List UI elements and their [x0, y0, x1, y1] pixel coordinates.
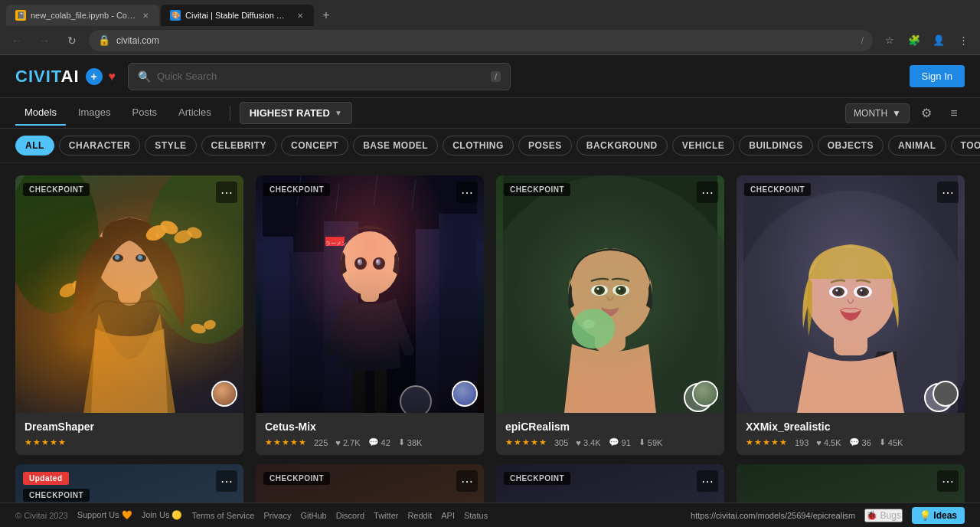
nav-tab-models[interactable]: Models: [15, 100, 66, 126]
ideas-button[interactable]: 💡 Ideas: [912, 507, 965, 524]
checkpoint-badge-bc2: CHECKPOINT: [263, 472, 330, 485]
back-button[interactable]: ←: [6, 30, 28, 51]
category-animal[interactable]: ANIMAL: [888, 136, 946, 155]
category-poses[interactable]: POSES: [518, 136, 572, 155]
category-base-model[interactable]: BASE MODEL: [353, 136, 438, 155]
svg-point-34: [358, 259, 362, 265]
category-all[interactable]: ALL: [15, 136, 54, 155]
view-controls: MONTH ▼ ⚙ ≡: [845, 103, 965, 124]
svg-rect-20: [416, 229, 446, 413]
svg-point-13: [136, 254, 146, 262]
logo[interactable]: CIVITAI + ♥: [15, 67, 116, 87]
colab-tab-title: new_colab_file.ipynb - Colabora...: [31, 11, 136, 20]
svg-rect-54: [743, 175, 958, 413]
colab-favicon: 📓: [15, 10, 26, 21]
model-card-cetusmix[interactable]: CHECKPOINT ⋯ ラーメン: [256, 175, 484, 455]
menu-button[interactable]: ⋮: [952, 30, 974, 51]
card-stats-2: ★★★★★ 225 ♥2.7K 💬42 ⬇38K: [265, 437, 475, 447]
comments-stat-2: 💬42: [368, 437, 390, 447]
svg-rect-17: [263, 237, 293, 413]
github-link[interactable]: GitHub: [300, 511, 326, 520]
reddit-link[interactable]: Reddit: [407, 511, 432, 520]
extensions-button[interactable]: 🧩: [903, 30, 925, 51]
api-link[interactable]: API: [441, 511, 455, 520]
new-tab-button[interactable]: +: [315, 5, 337, 26]
layout-icon-button[interactable]: ≡: [943, 103, 965, 124]
svg-point-7: [203, 319, 217, 331]
downloads-stat-4: ⬇45K: [879, 437, 903, 447]
bugs-button[interactable]: 🐞 Bugs: [864, 509, 903, 522]
category-background[interactable]: BACKGROUND: [577, 136, 668, 155]
logo-heart-icon[interactable]: ♥: [109, 70, 116, 83]
terms-link[interactable]: Terms of Service: [191, 511, 254, 520]
discord-link[interactable]: Discord: [336, 511, 364, 520]
category-clothing[interactable]: CLOTHING: [443, 136, 514, 155]
downloads-stat-3: ⬇59K: [639, 437, 663, 447]
search-bar[interactable]: 🔍 Quick Search /: [128, 63, 511, 90]
logo-plus-button[interactable]: +: [86, 68, 103, 85]
category-objects[interactable]: OBJECTS: [818, 136, 884, 155]
category-vehicle[interactable]: VEHICLE: [672, 136, 735, 155]
card-menu-button-3[interactable]: ⋯: [697, 182, 718, 203]
category-concept[interactable]: CONCEPT: [281, 136, 348, 155]
card-menu-button-4[interactable]: ⋯: [937, 182, 959, 203]
svg-point-31: [341, 231, 399, 296]
civitai-tab-close[interactable]: ✕: [296, 10, 305, 21]
address-bar[interactable]: 🔒 civitai.com /: [89, 30, 873, 51]
svg-point-10: [144, 222, 169, 244]
colab-tab-close[interactable]: ✕: [141, 10, 150, 21]
likes-stat-2: ♥2.7K: [335, 438, 360, 447]
twitter-link[interactable]: Twitter: [374, 511, 398, 520]
join-us-link[interactable]: Join Us 🟡: [142, 510, 183, 520]
svg-point-12: [113, 254, 123, 262]
forward-button[interactable]: →: [34, 30, 55, 51]
lock-icon: 🔒: [98, 34, 110, 46]
model-card-epicrealism[interactable]: CHECKPOINT ⋯: [496, 175, 724, 455]
reload-button[interactable]: ↻: [61, 30, 83, 51]
nav-tab-articles[interactable]: Articles: [169, 100, 220, 126]
search-placeholder: Quick Search: [157, 70, 485, 82]
period-dropdown[interactable]: MONTH ▼: [845, 103, 910, 123]
period-label: MONTH: [854, 108, 887, 119]
svg-point-14: [115, 255, 119, 260]
svg-point-5: [70, 278, 89, 295]
profile-button[interactable]: 👤: [928, 30, 949, 51]
status-link[interactable]: Status: [464, 511, 488, 520]
checkpoint-badge-1: CHECKPOINT: [23, 183, 90, 196]
model-card-xxmix[interactable]: CHECKPOINT ⋯: [737, 175, 965, 455]
bottom-card-menu-2[interactable]: ⋯: [456, 470, 478, 492]
support-us-link[interactable]: Support Us 🧡: [77, 510, 132, 520]
models-grid: CHECKPOINT ⋯: [0, 163, 980, 467]
nav-tab-images[interactable]: Images: [69, 100, 120, 126]
card-menu-button-1[interactable]: ⋯: [216, 182, 237, 203]
svg-text:ラーメン: ラーメン: [325, 241, 347, 246]
bottom-card-menu-3[interactable]: ⋯: [697, 470, 718, 492]
category-tool[interactable]: TOOL: [951, 136, 980, 155]
avatar-2: [452, 381, 478, 407]
svg-point-11: [158, 218, 181, 237]
category-style[interactable]: STYLE: [145, 136, 196, 155]
bottom-card-menu-1[interactable]: ⋯: [216, 470, 237, 492]
bottom-card-menu-4[interactable]: ⋯: [937, 470, 959, 492]
card-menu-button-2[interactable]: ⋯: [456, 182, 478, 203]
tab-colab[interactable]: 📓 new_colab_file.ipynb - Colabora... ✕: [6, 5, 159, 26]
tab-civitai[interactable]: 🎨 Civitai | Stable Diffusion models. ✕: [161, 5, 314, 26]
svg-line-26: [374, 175, 377, 206]
category-celebrity[interactable]: CELEBRITY: [201, 136, 277, 155]
sign-in-button[interactable]: Sign In: [910, 65, 965, 87]
category-buildings[interactable]: BUILDINGS: [739, 136, 813, 155]
checkpoint-badge-4: CHECKPOINT: [744, 183, 811, 196]
model-card-dreamshaper[interactable]: CHECKPOINT ⋯: [15, 175, 243, 455]
privacy-link[interactable]: Privacy: [263, 511, 291, 520]
bookmark-button[interactable]: ☆: [879, 30, 900, 51]
category-character[interactable]: CHARACTER: [59, 136, 141, 155]
likes-stat-4: ♥4.5K: [816, 438, 841, 447]
card-title-4: XXMix_9realistic: [746, 421, 956, 433]
filter-icon-button[interactable]: ⚙: [916, 103, 937, 124]
stars-3: ★★★★★: [505, 437, 547, 447]
nav-tab-posts[interactable]: Posts: [123, 100, 167, 126]
svg-point-63: [835, 289, 841, 295]
card-title-2: Cetus-Mix: [265, 421, 475, 433]
svg-point-44: [612, 285, 629, 296]
filter-dropdown[interactable]: HIGHEST RATED ▼: [240, 102, 352, 124]
